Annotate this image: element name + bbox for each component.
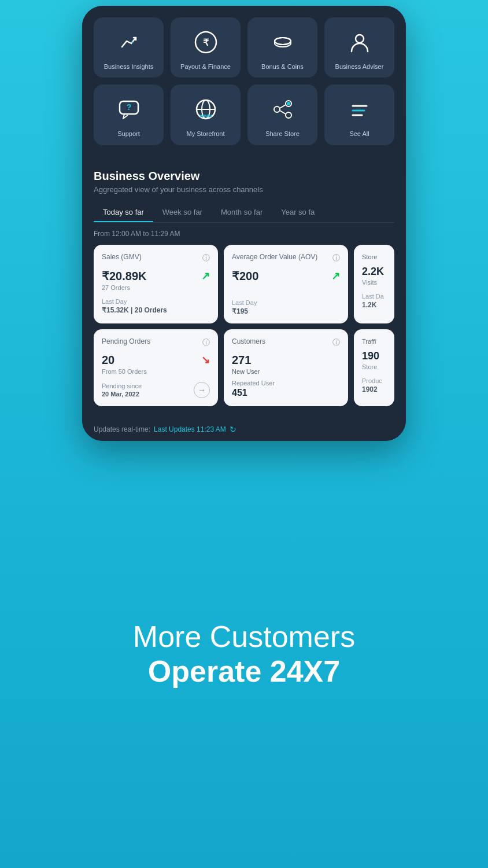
globe-icon: www [191, 95, 220, 124]
card-sales-gmv: Sales (GMV) ⓘ ₹20.89K ↗ 27 Orders Last D… [94, 245, 218, 323]
card-sub-store-visits: Visits [362, 279, 386, 286]
customers-repeated-label: Repeated User [232, 380, 340, 387]
svg-point-9 [356, 35, 364, 43]
menu-icon [345, 95, 374, 124]
phone-frame: Business Insights ₹ Payout & Finance [82, 6, 406, 441]
svg-point-18 [286, 112, 291, 118]
customers-repeated-value: 451 [232, 388, 340, 398]
time-label: From 12:00 AM to 11:29 AM [94, 230, 394, 238]
svg-point-17 [274, 106, 280, 112]
overview-section: Business Overview Aggregated view of you… [82, 158, 406, 418]
card-title-traffic: Traffi [362, 337, 386, 345]
grid-item-my-storefront[interactable]: www My Storefront [171, 84, 241, 145]
tab-year[interactable]: Year so fa [272, 203, 324, 222]
help-icon-pending-orders[interactable]: ⓘ [202, 337, 210, 348]
refresh-icon[interactable]: ↻ [230, 425, 236, 434]
trend-up-icon-aov: ↗ [331, 270, 340, 282]
update-label: Updates real-time: [94, 425, 150, 433]
trend-down-icon-pending-orders: ↘ [201, 354, 210, 366]
help-icon-aov[interactable]: ⓘ [332, 253, 340, 263]
update-bar: Updates real-time: Last Updates 11:23 AM… [82, 418, 406, 441]
grid-label-payout-finance: Payout & Finance [180, 62, 231, 71]
tagline-section: More Customers Operate 24X7 [98, 441, 390, 868]
tab-week[interactable]: Week so far [153, 203, 212, 222]
card-store-visits: Store 2.2K Visits Last Da 1.2K [354, 245, 394, 323]
card-title-store-visits: Store [362, 253, 386, 261]
tabs-row: Today so far Week so far Month so far Ye… [94, 203, 394, 223]
card-title-sales-gmv: Sales (GMV) [102, 253, 142, 262]
card-product-value: 1902 [362, 385, 386, 393]
svg-text:?: ? [126, 102, 131, 112]
svg-line-20 [280, 111, 286, 114]
card-value-sales-gmv: ₹20.89K [102, 269, 147, 283]
help-icon-customers[interactable]: ⓘ [332, 337, 340, 348]
update-time: Last Updates 11:23 AM [154, 425, 226, 433]
grid-row-1: Business Insights ₹ Payout & Finance [94, 17, 394, 78]
card-sub-traffic: Store [362, 363, 386, 370]
svg-line-19 [280, 105, 286, 108]
card-value-aov: ₹200 [232, 269, 258, 283]
card-value-pending-orders: 20 [102, 354, 114, 367]
pending-since-label: Pending since [102, 382, 142, 389]
grid-label-business-insights: Business Insights [104, 62, 154, 71]
grid-label-support: Support [117, 130, 140, 138]
card-last-value-sales-gmv: ₹15.32K | 20 Orders [102, 306, 210, 314]
chart-icon [114, 28, 143, 57]
overview-title: Business Overview [94, 170, 394, 183]
tagline-line1: More Customers [133, 620, 355, 654]
card-sub-sales-gmv: 27 Orders [102, 284, 210, 291]
overview-subtitle: Aggregated view of your business across … [94, 185, 394, 194]
customers-new-label: New User [232, 368, 340, 375]
card-value-store-visits: 2.2K [362, 266, 386, 278]
coins-icon [268, 28, 297, 57]
card-title-aov: Average Order Value (AOV) [232, 253, 317, 262]
grid-label-see-all: See All [349, 130, 369, 138]
card-value-customers: 271 [232, 354, 340, 367]
card-last-label-aov: Last Day [232, 299, 340, 306]
tab-today[interactable]: Today so far [94, 203, 153, 222]
card-last-value-aov: ₹195 [232, 307, 340, 315]
help-icon-sales-gmv[interactable]: ⓘ [202, 253, 210, 263]
grid-label-business-adviser: Business Adviser [335, 62, 384, 71]
card-pending-orders: Pending Orders ⓘ 20 ↘ From 50 Orders Pen… [94, 329, 218, 406]
grid-item-share-store[interactable]: Share Store [247, 84, 317, 145]
grid-row-2: ? Support www My Storefront [94, 84, 394, 145]
cards-row-1: Sales (GMV) ⓘ ₹20.89K ↗ 27 Orders Last D… [94, 245, 394, 323]
card-title-customers: Customers [232, 337, 265, 347]
grid-label-my-storefront: My Storefront [186, 130, 224, 138]
grid-item-payout-finance[interactable]: ₹ Payout & Finance [171, 17, 241, 78]
card-last-value-store-visits: 1.2K [362, 301, 386, 309]
svg-text:www: www [199, 113, 212, 119]
chat-icon: ? [114, 95, 143, 124]
card-last-label-store-visits: Last Da [362, 293, 386, 300]
trend-up-icon-sales-gmv: ↗ [201, 270, 210, 282]
share-icon [268, 95, 297, 124]
card-sub-pending-orders: From 50 Orders [102, 368, 210, 375]
card-traffic: Traffi 190 Store Produc 1902 [354, 329, 394, 406]
card-title-pending-orders: Pending Orders [102, 337, 150, 347]
svg-text:₹: ₹ [203, 38, 209, 47]
grid-item-bonus-coins[interactable]: Bonus & Coins [247, 17, 317, 78]
svg-point-21 [287, 102, 290, 105]
grid-label-share-store: Share Store [265, 130, 300, 138]
card-aov: Average Order Value (AOV) ⓘ ₹200 ↗ Last … [224, 245, 348, 323]
grid-item-see-all[interactable]: See All [324, 84, 394, 145]
grid-item-support[interactable]: ? Support [94, 84, 164, 145]
card-last-label-sales-gmv: Last Day [102, 298, 210, 305]
pending-since-value: 20 Mar, 2022 [102, 391, 142, 398]
cards-row-2: Pending Orders ⓘ 20 ↘ From 50 Orders Pen… [94, 329, 394, 406]
grid-item-business-adviser[interactable]: Business Adviser [324, 17, 394, 78]
tagline-line2: Operate 24X7 [148, 654, 340, 689]
grid-section: Business Insights ₹ Payout & Finance [82, 6, 406, 158]
card-product-label: Produc [362, 377, 386, 384]
rupee-icon: ₹ [191, 28, 220, 57]
circle-arrow-icon[interactable]: → [194, 382, 210, 398]
grid-item-business-insights[interactable]: Business Insights [94, 17, 164, 78]
tab-month[interactable]: Month so far [212, 203, 272, 222]
person-icon [345, 28, 374, 57]
card-customers: Customers ⓘ 271 New User Repeated User 4… [224, 329, 348, 406]
card-value-traffic: 190 [362, 350, 386, 362]
grid-label-bonus-coins: Bonus & Coins [261, 62, 304, 71]
